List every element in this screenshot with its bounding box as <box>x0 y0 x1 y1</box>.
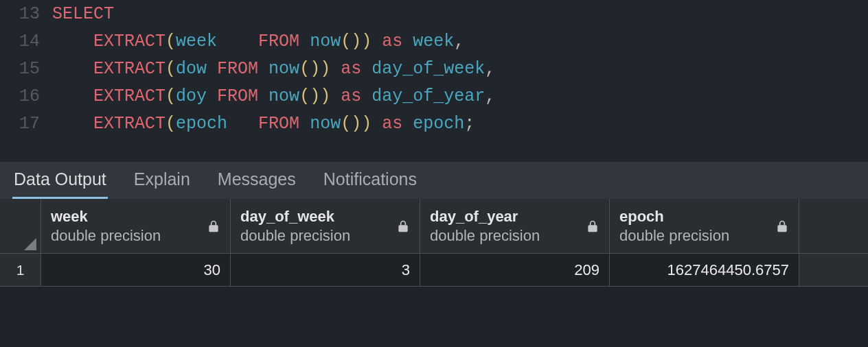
code-content[interactable]: SELECT <box>52 4 868 24</box>
line-number: 16 <box>0 86 52 106</box>
triangle-icon <box>24 238 36 250</box>
line-number: 13 <box>0 4 52 24</box>
tab-messages[interactable]: Messages <box>216 162 297 199</box>
code-line[interactable]: 16 EXTRACT(doy FROM now()) as day_of_yea… <box>0 82 868 110</box>
column-type: double precision <box>430 226 540 246</box>
cell[interactable]: 209 <box>420 254 610 286</box>
lock-icon <box>775 219 789 234</box>
column-name: day_of_year <box>430 207 540 226</box>
table-row[interactable]: 13032091627464450.6757 <box>0 254 868 287</box>
grid-header-row: weekdouble precisionday_of_weekdouble pr… <box>0 199 868 254</box>
lock-icon <box>207 219 220 234</box>
cell[interactable]: 1627464450.6757 <box>610 254 799 286</box>
tab-notifications[interactable]: Notifications <box>322 162 418 199</box>
row-empty <box>799 254 868 286</box>
result-grid: weekdouble precisionday_of_weekdouble pr… <box>0 199 868 287</box>
code-line[interactable]: 13SELECT <box>0 0 868 27</box>
column-name: day_of_week <box>240 207 350 226</box>
column-type: double precision <box>240 226 350 246</box>
line-number: 17 <box>0 114 52 134</box>
row-number[interactable]: 1 <box>0 254 41 286</box>
column-header-week[interactable]: weekdouble precision <box>41 199 231 253</box>
code-line[interactable]: 14 EXTRACT(week FROM now()) as week, <box>0 27 868 55</box>
code-content[interactable]: EXTRACT(epoch FROM now()) as epoch; <box>52 114 868 134</box>
code-content[interactable]: EXTRACT(week FROM now()) as week, <box>52 32 868 51</box>
column-name: epoch <box>619 207 729 226</box>
output-tabs: Data OutputExplainMessagesNotifications <box>0 162 868 199</box>
tab-explain[interactable]: Explain <box>133 162 192 199</box>
line-number: 14 <box>0 32 52 51</box>
header-empty <box>799 199 868 253</box>
column-name: week <box>51 207 161 226</box>
line-number: 15 <box>0 59 52 79</box>
column-header-day_of_week[interactable]: day_of_weekdouble precision <box>231 199 420 253</box>
cell[interactable]: 3 <box>231 254 420 286</box>
cell[interactable]: 30 <box>41 254 231 286</box>
lock-icon <box>586 219 599 234</box>
column-header-epoch[interactable]: epochdouble precision <box>610 199 799 253</box>
code-line[interactable]: 15 EXTRACT(dow FROM now()) as day_of_wee… <box>0 55 868 82</box>
column-type: double precision <box>619 226 729 246</box>
column-header-day_of_year[interactable]: day_of_yeardouble precision <box>420 199 610 253</box>
svg-marker-0 <box>24 238 36 250</box>
sql-editor[interactable]: 13SELECT14 EXTRACT(week FROM now()) as w… <box>0 0 868 162</box>
column-type: double precision <box>51 226 161 246</box>
tab-data-output[interactable]: Data Output <box>12 162 108 199</box>
lock-icon <box>396 219 410 234</box>
row-toggle[interactable] <box>0 199 41 253</box>
code-content[interactable]: EXTRACT(dow FROM now()) as day_of_week, <box>52 59 868 79</box>
code-content[interactable]: EXTRACT(doy FROM now()) as day_of_year, <box>52 86 868 106</box>
code-line[interactable]: 17 EXTRACT(epoch FROM now()) as epoch; <box>0 110 868 137</box>
